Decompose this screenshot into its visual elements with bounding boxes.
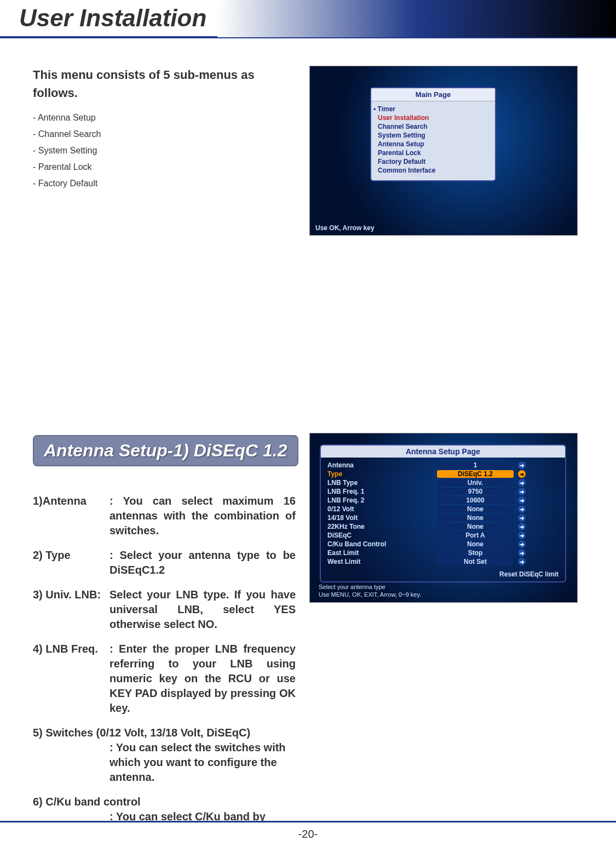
setup-rows: Antenna1➜TypeDiSEqC 1.2➜LNB TypeUniv.➜LN… [321,458,565,569]
setup-value: Not Set [437,558,514,565]
setup-key: LNB Type [327,479,437,487]
setup-value: Stop [437,549,514,557]
intro-item: - Channel Search [33,129,285,139]
arrow-icon: ➜ [518,540,526,548]
setup-row: 0/12 VoltNone➜ [327,505,559,513]
arrow-icon: ➜ [518,479,526,487]
setup-value: 1 [437,461,514,469]
setup-row: LNB TypeUniv.➜ [327,478,559,487]
menu-item: Antenna Setup [378,140,488,148]
setup-title: Antenna Setup Page [321,445,565,458]
setup-row: C/Ku Band ControlNone➜ [327,540,559,549]
setup-key: LNB Freq. 1 [327,488,437,495]
arrow-icon: ➜ [518,470,526,478]
setup-value: DiSEqC 1.2 [437,470,514,478]
def-row: 1)Antenna : You can select maximum 16 an… [33,494,296,538]
def-label: 5) Switches (0/12 Volt, 13/18 Volt, DiSE… [33,725,296,740]
arrow-icon: ➜ [518,505,526,513]
arrow-icon: ➜ [518,488,526,495]
setup-key: C/Ku Band Control [327,540,437,548]
setup-row: LNB Freq. 210600➜ [327,496,559,505]
page-number: -20- [0,828,616,841]
menu-item: System Setting [378,131,488,140]
intro-list: - Antenna Setup - Channel Search - Syste… [33,113,285,188]
setup-value: Port A [437,532,514,539]
def-row: 2) Type : Select your antenna type to be… [33,548,296,578]
setup-row: DiSEqCPort A➜ [327,531,559,540]
screenshot-antenna-setup: Antenna Setup Page Antenna1➜TypeDiSEqC 1… [309,433,578,603]
intro-item: - Antenna Setup [33,113,285,123]
screenshot-hint: Use OK, Arrow key [315,224,375,232]
page-title: User Installation [19,4,206,32]
setup-value: 9750 [437,488,514,495]
setup-key: 14/18 Volt [327,514,437,522]
setup-value: None [437,505,514,513]
setup-row: 14/18 VoltNone➜ [327,513,559,522]
menu-item: Parental Lock [378,148,488,157]
arrow-icon: ➜ [518,532,526,539]
setup-key: Type [327,470,437,478]
page-footer: -20- [0,821,616,857]
setup-reset: Reset DiSEqC limit [321,569,565,581]
setup-row: 22KHz ToneNone➜ [327,522,559,531]
def-label: 1)Antenna [33,494,110,538]
setup-row: LNB Freq. 19750➜ [327,487,559,496]
arrow-icon: ➜ [518,549,526,557]
setup-key: East Limit [327,549,437,557]
def-label: 3) Univ. LNB: [33,587,110,632]
setup-box: Antenna Setup Page Antenna1➜TypeDiSEqC 1… [320,444,566,582]
content-area: This menu consists of 5 sub-menus as fol… [0,38,616,839]
arrow-icon: ➜ [518,558,526,565]
menu-title: Main Page [371,88,495,101]
menu-list: • Timer User Installation Channel Search… [371,101,495,180]
definitions: 1)Antenna : You can select maximum 16 an… [33,494,296,839]
def-desc: : You can select the switches with which… [110,740,296,785]
menu-box: Main Page • Timer User Installation Chan… [370,87,496,181]
setup-row: East LimitStop➜ [327,549,559,557]
screenshot-main-page: Main Page • Timer User Installation Chan… [309,66,578,236]
setup-value: None [437,514,514,522]
setup-value: None [437,540,514,548]
intro-item: - Factory Default [33,179,285,188]
setup-row: West LimitNot Set➜ [327,557,559,566]
page-header: User Installation [0,0,616,38]
menu-item: Common Interface [378,166,488,175]
def-desc: : Enter the proper LNB frequency referri… [110,642,296,716]
arrow-icon: ➜ [518,461,526,469]
intro-block: This menu consists of 5 sub-menus as fol… [33,66,285,188]
setup-value: 10600 [437,496,514,504]
intro-item: - Parental Lock [33,162,285,172]
intro-item: - System Setting [33,146,285,156]
arrow-icon: ➜ [518,523,526,530]
section-header: Antenna Setup-1) DiSEqC 1.2 [33,435,298,466]
arrow-icon: ➜ [518,496,526,504]
def-row: 4) LNB Freq. : Enter the proper LNB freq… [33,642,296,716]
menu-timer: • Timer [373,105,488,113]
menu-item: Factory Default [378,157,488,166]
setup-key: West Limit [327,558,437,565]
setup-key: 22KHz Tone [327,523,437,530]
setup-row: TypeDiSEqC 1.2➜ [327,470,559,478]
def-desc: Select your LNB type. If you have univer… [110,587,296,632]
menu-item: User Installation [378,113,488,122]
def-row: 5) Switches (0/12 Volt, 13/18 Volt, DiSE… [33,725,296,785]
menu-item: Channel Search [378,122,488,131]
def-desc: : You can select maximum 16 antennas wit… [110,494,296,538]
def-row: 3) Univ. LNB: Select your LNB type. If y… [33,587,296,632]
header-gradient [217,0,616,37]
setup-key: DiSEqC [327,532,437,539]
intro-lead: This menu consists of 5 sub-menus as fol… [33,66,285,102]
def-desc: : Select your antenna type to be DiSEqC1… [110,548,296,578]
def-label: 4) LNB Freq. [33,642,110,716]
setup-row: Antenna1➜ [327,461,559,470]
setup-hint2: Use MENU, OK, EXIT, Arrow, 0~9 key. [314,589,425,600]
setup-value: None [437,523,514,530]
def-label: 6) C/Ku band control [33,795,296,809]
setup-value: Univ. [437,479,514,487]
setup-key: LNB Freq. 2 [327,496,437,504]
arrow-icon: ➜ [518,514,526,522]
setup-key: 0/12 Volt [327,505,437,513]
setup-key: Antenna [327,461,437,469]
def-label: 2) Type [33,548,110,578]
